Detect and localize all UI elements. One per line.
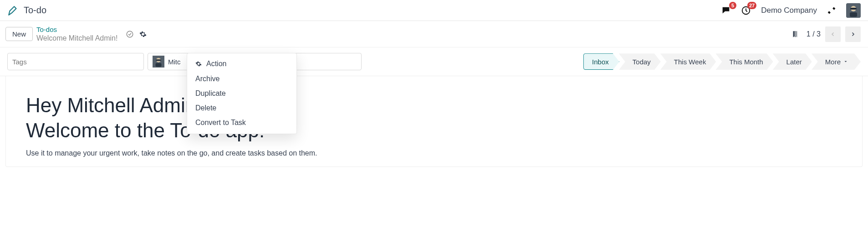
app-title[interactable]: To-do — [24, 5, 46, 16]
pager-next-button[interactable] — [845, 26, 861, 42]
stage-more[interactable]: More — [812, 53, 861, 70]
stage-this-month[interactable]: This Month — [715, 53, 773, 70]
action-item-archive[interactable]: Archive — [187, 72, 296, 86]
user-avatar[interactable] — [846, 3, 861, 18]
messages-badge: 5 — [729, 2, 736, 9]
nav-right: 5 27 Demo Company — [721, 3, 861, 18]
control-panel: New To-dos Welcome Mitchell Admin! Actio… — [0, 21, 868, 47]
sheet: Hey Mitchell Admin! Welcome to the To-do… — [5, 76, 863, 167]
sheet-bar-left: Mitc — [7, 53, 362, 70]
new-button[interactable]: New — [5, 27, 33, 41]
action-item-convert[interactable]: Convert to Task — [187, 115, 296, 130]
svg-point-5 — [127, 31, 133, 37]
control-panel-right: 1 / 3 — [791, 26, 861, 42]
breadcrumb-actions — [126, 30, 147, 38]
action-item-delete[interactable]: Delete — [187, 101, 296, 115]
content-heading-line1: Hey Mitchell Admin! — [26, 93, 842, 118]
svg-rect-9 — [156, 59, 161, 61]
gear-icon — [195, 61, 202, 67]
navbar: To-do 5 27 Demo Company — [0, 0, 868, 21]
control-panel-left: New To-dos Welcome Mitchell Admin! Actio… — [5, 26, 147, 42]
assignee-text: Mitc — [168, 58, 181, 66]
nav-left: To-do — [7, 5, 46, 16]
sheet-bar: Mitc Inbox Today This Week This Month La… — [0, 47, 868, 76]
chevron-down-icon — [843, 59, 848, 64]
assignee-avatar — [153, 56, 164, 68]
content-paragraph: Use it to manage your urgent work, take … — [26, 149, 842, 157]
app-logo-icon[interactable] — [7, 5, 19, 16]
stage-today[interactable]: Today — [619, 53, 661, 70]
debug-icon[interactable] — [827, 6, 836, 15]
stage-more-label: More — [825, 58, 841, 66]
pager-text[interactable]: 1 / 3 — [807, 30, 821, 38]
statusbar: Inbox Today This Week This Month Later M… — [584, 53, 861, 70]
tags-input[interactable] — [7, 53, 144, 70]
svg-rect-3 — [850, 12, 857, 17]
stage-later[interactable]: Later — [773, 53, 812, 70]
svg-rect-8 — [156, 63, 162, 67]
breadcrumb: To-dos Welcome Mitchell Admin! — [36, 26, 117, 42]
messages-icon[interactable]: 5 — [721, 5, 731, 16]
pager: 1 / 3 — [807, 26, 861, 42]
company-switcher[interactable]: Demo Company — [761, 6, 817, 15]
mark-done-icon[interactable] — [126, 30, 134, 38]
action-dropdown: Action Archive Duplicate Delete Convert … — [187, 53, 297, 134]
action-dropdown-header: Action — [187, 57, 296, 72]
content-heading-line2: Welcome to the To-do app! — [26, 118, 842, 143]
activities-badge: 27 — [747, 2, 756, 9]
action-dropdown-title: Action — [206, 60, 226, 68]
action-item-duplicate[interactable]: Duplicate — [187, 86, 296, 101]
breadcrumb-current: Welcome Mitchell Admin! — [36, 34, 117, 42]
bookmark-icon[interactable] — [791, 30, 799, 39]
breadcrumb-parent[interactable]: To-dos — [36, 26, 117, 34]
activities-icon[interactable]: 27 — [741, 5, 751, 16]
stage-this-week[interactable]: This Week — [660, 53, 716, 70]
svg-rect-4 — [850, 8, 857, 10]
pager-prev-button[interactable] — [825, 26, 841, 42]
stage-inbox[interactable]: Inbox — [583, 53, 619, 70]
gear-icon[interactable] — [139, 31, 147, 38]
